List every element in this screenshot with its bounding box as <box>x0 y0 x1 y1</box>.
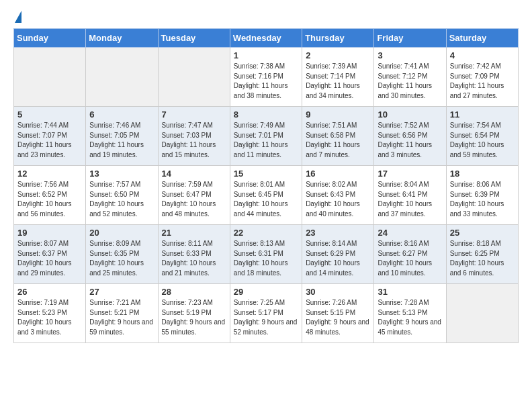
calendar-cell <box>446 284 518 343</box>
calendar-cell: 5Sunrise: 7:44 AMSunset: 7:07 PMDaylight… <box>14 107 86 166</box>
day-number: 21 <box>162 228 226 238</box>
calendar-cell: 19Sunrise: 8:07 AMSunset: 6:37 PMDayligh… <box>14 225 86 284</box>
day-info: Sunrise: 7:57 AMSunset: 6:50 PMDaylight:… <box>89 180 154 219</box>
calendar-cell: 12Sunrise: 7:56 AMSunset: 6:52 PMDayligh… <box>14 166 86 225</box>
day-number: 29 <box>234 287 298 297</box>
weekday-header-tuesday: Tuesday <box>158 29 230 48</box>
day-info: Sunrise: 7:56 AMSunset: 6:52 PMDaylight:… <box>17 180 82 219</box>
day-info: Sunrise: 7:21 AMSunset: 5:21 PMDaylight:… <box>89 298 154 337</box>
day-number: 22 <box>234 228 298 238</box>
calendar-cell: 6Sunrise: 7:46 AMSunset: 7:05 PMDaylight… <box>86 107 158 166</box>
calendar-cell: 14Sunrise: 7:59 AMSunset: 6:47 PMDayligh… <box>158 166 230 225</box>
day-number: 30 <box>306 287 370 297</box>
day-info: Sunrise: 8:01 AMSunset: 6:45 PMDaylight:… <box>234 180 298 219</box>
day-number: 5 <box>17 109 82 120</box>
day-info: Sunrise: 7:23 AMSunset: 5:19 PMDaylight:… <box>162 298 226 337</box>
day-info: Sunrise: 8:16 AMSunset: 6:27 PMDaylight:… <box>378 239 442 278</box>
day-info: Sunrise: 7:46 AMSunset: 7:05 PMDaylight:… <box>89 121 154 160</box>
weekday-header-wednesday: Wednesday <box>230 29 302 48</box>
day-info: Sunrise: 7:44 AMSunset: 7:07 PMDaylight:… <box>17 121 82 160</box>
day-number: 23 <box>306 228 370 238</box>
calendar-cell: 20Sunrise: 8:09 AMSunset: 6:35 PMDayligh… <box>86 225 158 284</box>
calendar-cell: 25Sunrise: 8:18 AMSunset: 6:25 PMDayligh… <box>446 225 518 284</box>
calendar-week-row: 12Sunrise: 7:56 AMSunset: 6:52 PMDayligh… <box>14 166 519 225</box>
day-number: 2 <box>306 50 370 60</box>
weekday-header-sunday: Sunday <box>14 29 86 48</box>
day-info: Sunrise: 7:47 AMSunset: 7:03 PMDaylight:… <box>162 121 226 160</box>
calendar-cell <box>86 48 158 107</box>
calendar-week-row: 1Sunrise: 7:38 AMSunset: 7:16 PMDaylight… <box>14 48 519 107</box>
weekday-header-friday: Friday <box>374 29 446 48</box>
day-number: 24 <box>378 228 442 238</box>
day-info: Sunrise: 8:07 AMSunset: 6:37 PMDaylight:… <box>17 239 82 278</box>
day-number: 20 <box>89 228 154 238</box>
day-info: Sunrise: 7:52 AMSunset: 6:56 PMDaylight:… <box>378 121 442 160</box>
day-info: Sunrise: 7:19 AMSunset: 5:23 PMDaylight:… <box>17 298 82 337</box>
calendar-cell: 28Sunrise: 7:23 AMSunset: 5:19 PMDayligh… <box>158 284 230 343</box>
calendar-cell: 7Sunrise: 7:47 AMSunset: 7:03 PMDaylight… <box>158 107 230 166</box>
calendar-cell: 9Sunrise: 7:51 AMSunset: 6:58 PMDaylight… <box>302 107 374 166</box>
weekday-header-saturday: Saturday <box>446 29 518 48</box>
day-info: Sunrise: 7:39 AMSunset: 7:14 PMDaylight:… <box>306 62 370 101</box>
calendar-cell: 23Sunrise: 8:14 AMSunset: 6:29 PMDayligh… <box>302 225 374 284</box>
day-number: 27 <box>89 287 154 297</box>
day-info: Sunrise: 7:49 AMSunset: 7:01 PMDaylight:… <box>234 121 298 160</box>
day-info: Sunrise: 8:02 AMSunset: 6:43 PMDaylight:… <box>306 180 370 219</box>
calendar-cell: 18Sunrise: 8:06 AMSunset: 6:39 PMDayligh… <box>446 166 518 225</box>
logo <box>13 11 21 23</box>
day-info: Sunrise: 7:51 AMSunset: 6:58 PMDaylight:… <box>306 121 370 160</box>
weekday-header-row: SundayMondayTuesdayWednesdayThursdayFrid… <box>14 29 519 48</box>
calendar-week-row: 26Sunrise: 7:19 AMSunset: 5:23 PMDayligh… <box>14 284 519 343</box>
day-info: Sunrise: 8:09 AMSunset: 6:35 PMDaylight:… <box>89 239 154 278</box>
calendar-cell: 17Sunrise: 8:04 AMSunset: 6:41 PMDayligh… <box>374 166 446 225</box>
calendar-cell <box>158 48 230 107</box>
logo-triangle-icon <box>15 11 21 23</box>
calendar-cell: 30Sunrise: 7:26 AMSunset: 5:15 PMDayligh… <box>302 284 374 343</box>
day-number: 7 <box>162 109 226 120</box>
weekday-header-monday: Monday <box>86 29 158 48</box>
day-number: 17 <box>378 169 442 179</box>
day-info: Sunrise: 7:42 AMSunset: 7:09 PMDaylight:… <box>450 62 515 101</box>
calendar-table: SundayMondayTuesdayWednesdayThursdayFrid… <box>13 28 519 343</box>
calendar-cell: 10Sunrise: 7:52 AMSunset: 6:56 PMDayligh… <box>374 107 446 166</box>
day-number: 25 <box>450 228 515 238</box>
day-info: Sunrise: 7:41 AMSunset: 7:12 PMDaylight:… <box>378 62 442 101</box>
day-number: 12 <box>17 169 82 179</box>
day-number: 8 <box>234 109 298 120</box>
day-info: Sunrise: 7:38 AMSunset: 7:16 PMDaylight:… <box>234 62 298 101</box>
day-number: 15 <box>234 169 298 179</box>
calendar-cell: 22Sunrise: 8:13 AMSunset: 6:31 PMDayligh… <box>230 225 302 284</box>
calendar-cell: 27Sunrise: 7:21 AMSunset: 5:21 PMDayligh… <box>86 284 158 343</box>
day-info: Sunrise: 7:28 AMSunset: 5:13 PMDaylight:… <box>378 298 442 337</box>
calendar-cell <box>14 48 86 107</box>
calendar-cell: 24Sunrise: 8:16 AMSunset: 6:27 PMDayligh… <box>374 225 446 284</box>
calendar-cell: 29Sunrise: 7:25 AMSunset: 5:17 PMDayligh… <box>230 284 302 343</box>
calendar-cell: 11Sunrise: 7:54 AMSunset: 6:54 PMDayligh… <box>446 107 518 166</box>
calendar-cell: 4Sunrise: 7:42 AMSunset: 7:09 PMDaylight… <box>446 48 518 107</box>
calendar-cell: 13Sunrise: 7:57 AMSunset: 6:50 PMDayligh… <box>86 166 158 225</box>
day-number: 16 <box>306 169 370 179</box>
day-info: Sunrise: 8:06 AMSunset: 6:39 PMDaylight:… <box>450 180 515 219</box>
day-info: Sunrise: 7:26 AMSunset: 5:15 PMDaylight:… <box>306 298 370 337</box>
header <box>13 11 519 23</box>
calendar-cell: 3Sunrise: 7:41 AMSunset: 7:12 PMDaylight… <box>374 48 446 107</box>
day-number: 13 <box>89 169 154 179</box>
day-number: 18 <box>450 169 515 179</box>
calendar-week-row: 5Sunrise: 7:44 AMSunset: 7:07 PMDaylight… <box>14 107 519 166</box>
calendar-cell: 1Sunrise: 7:38 AMSunset: 7:16 PMDaylight… <box>230 48 302 107</box>
calendar-cell: 16Sunrise: 8:02 AMSunset: 6:43 PMDayligh… <box>302 166 374 225</box>
calendar-cell: 8Sunrise: 7:49 AMSunset: 7:01 PMDaylight… <box>230 107 302 166</box>
calendar-cell: 2Sunrise: 7:39 AMSunset: 7:14 PMDaylight… <box>302 48 374 107</box>
day-number: 26 <box>17 287 82 297</box>
calendar-cell: 15Sunrise: 8:01 AMSunset: 6:45 PMDayligh… <box>230 166 302 225</box>
day-number: 4 <box>450 50 515 60</box>
day-number: 10 <box>378 109 442 120</box>
page: SundayMondayTuesdayWednesdayThursdayFrid… <box>0 0 532 354</box>
day-info: Sunrise: 7:25 AMSunset: 5:17 PMDaylight:… <box>234 298 298 337</box>
day-number: 3 <box>378 50 442 60</box>
day-number: 9 <box>306 109 370 120</box>
calendar-week-row: 19Sunrise: 8:07 AMSunset: 6:37 PMDayligh… <box>14 225 519 284</box>
day-info: Sunrise: 7:59 AMSunset: 6:47 PMDaylight:… <box>162 180 226 219</box>
day-number: 31 <box>378 287 442 297</box>
day-number: 1 <box>234 50 298 60</box>
